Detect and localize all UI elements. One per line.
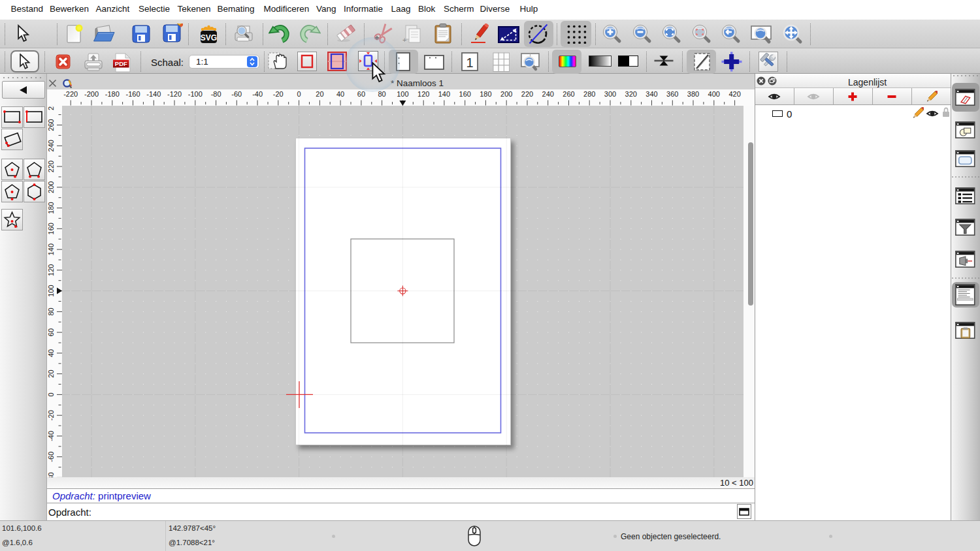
svg-text:SVG: SVG — [201, 33, 217, 42]
svg-text:40: 40 — [47, 349, 55, 357]
svg-text:0: 0 — [47, 392, 55, 396]
svg-text:-40: -40 — [47, 431, 55, 441]
svg-text:240: 240 — [542, 90, 554, 98]
svg-text:260: 260 — [47, 119, 55, 131]
svg-text:420: 420 — [728, 90, 740, 98]
svg-text:200: 200 — [500, 90, 512, 98]
svg-text:280: 280 — [47, 106, 55, 110]
svg-text:400: 400 — [708, 90, 720, 98]
svg-text:-160: -160 — [125, 90, 140, 98]
svg-text:-100: -100 — [188, 90, 203, 98]
svg-text:80: 80 — [47, 307, 55, 315]
svg-text:320: 320 — [625, 90, 637, 98]
svg-text:180: 180 — [480, 90, 491, 98]
svg-text:40: 40 — [336, 90, 344, 98]
svg-text:280: 280 — [583, 90, 595, 98]
svg-text:60: 60 — [357, 90, 365, 98]
svg-text:1: 1 — [466, 55, 473, 70]
svg-text:360: 360 — [666, 90, 678, 98]
svg-text:-80: -80 — [47, 472, 55, 477]
svg-text:-60: -60 — [231, 90, 242, 98]
svg-text:120: 120 — [47, 264, 55, 276]
svg-text:120: 120 — [417, 90, 429, 98]
svg-text:+: + — [402, 36, 406, 44]
svg-text:340: 340 — [645, 90, 657, 98]
svg-text:100: 100 — [397, 90, 408, 98]
svg-text:180: 180 — [47, 202, 55, 213]
svg-text:-60: -60 — [47, 452, 55, 462]
svg-text:260: 260 — [563, 90, 574, 98]
svg-text:220: 220 — [521, 90, 533, 98]
svg-text:-120: -120 — [167, 90, 182, 98]
svg-text:20: 20 — [316, 90, 323, 98]
svg-text:-80: -80 — [211, 90, 221, 98]
svg-text:160: 160 — [459, 90, 471, 98]
svg-text:140: 140 — [47, 244, 55, 255]
svg-text:0: 0 — [297, 90, 301, 98]
svg-text:-20: -20 — [47, 410, 55, 420]
svg-text:-180: -180 — [105, 90, 120, 98]
svg-text:-220: -220 — [63, 90, 78, 98]
svg-text:200: 200 — [47, 181, 55, 193]
svg-text:240: 240 — [47, 140, 55, 151]
svg-text:140: 140 — [438, 90, 450, 98]
svg-text:-200: -200 — [84, 90, 99, 98]
svg-text:220: 220 — [47, 161, 55, 172]
svg-text:60: 60 — [47, 328, 55, 336]
svg-text:100: 100 — [47, 285, 55, 296]
svg-text:20: 20 — [47, 370, 55, 377]
svg-text:380: 380 — [687, 90, 699, 98]
svg-text:PDF: PDF — [115, 60, 127, 67]
svg-text:-40: -40 — [252, 90, 263, 98]
svg-text:-140: -140 — [146, 90, 161, 98]
svg-text:160: 160 — [47, 223, 55, 234]
svg-text:300: 300 — [604, 90, 616, 98]
svg-text:-20: -20 — [273, 90, 284, 98]
svg-text:80: 80 — [378, 90, 385, 98]
